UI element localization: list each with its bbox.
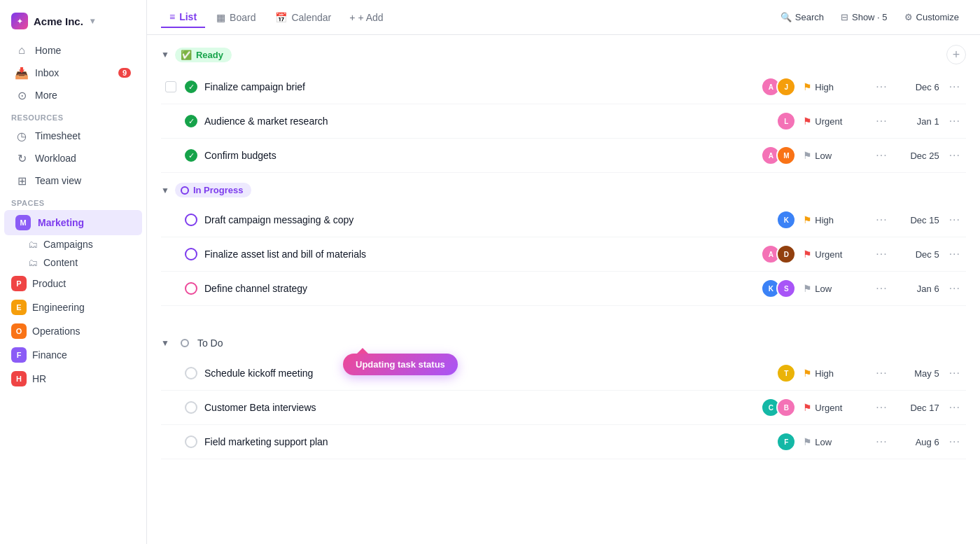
task-more-dots[interactable]: ··· xyxy=(876,401,887,414)
sidebar-item-label: More xyxy=(35,90,57,101)
task-options-button[interactable]: ··· xyxy=(946,248,963,260)
table-row: ✓ Confirm budgets A M ⚑ Low ··· Dec 25 ·… xyxy=(161,139,966,173)
customize-label: Customize xyxy=(916,12,959,22)
tab-board[interactable]: ▦ Board xyxy=(208,8,264,27)
sidebar-item-teamview[interactable]: ⊞ Team view xyxy=(4,169,142,192)
task-more-dots[interactable]: ··· xyxy=(876,367,887,379)
task-more-dots[interactable]: ··· xyxy=(876,214,887,226)
task-name: Finalize campaign brief xyxy=(204,81,754,92)
avatar: F xyxy=(776,432,796,452)
task-due-date: Aug 6 xyxy=(897,437,939,447)
task-priority: ⚑ High xyxy=(803,368,866,379)
priority-label: Low xyxy=(815,284,832,294)
avatar: D xyxy=(776,244,796,264)
task-more-dots[interactable]: ··· xyxy=(876,282,887,295)
sidebar-item-finance[interactable]: F Finance xyxy=(0,343,146,367)
sidebar-item-marketing[interactable]: M Marketing xyxy=(4,210,142,235)
search-button[interactable]: 🔍 Search xyxy=(774,8,831,26)
section-inprogress-header[interactable]: ▼ In Progress xyxy=(161,173,966,203)
board-icon: ▦ xyxy=(216,12,225,23)
space-item-label: Finance xyxy=(32,349,67,361)
task-priority: ⚑ Urgent xyxy=(803,249,866,260)
sub-item-label: Campaigns xyxy=(43,239,93,250)
todo-status-badge: To Do xyxy=(175,335,232,351)
task-status-checkbox[interactable]: ✓ xyxy=(185,149,197,162)
priority-label: Urgent xyxy=(815,116,842,127)
app-name: Acme Inc. xyxy=(34,15,83,27)
topbar: ≡ List ▦ Board 📅 Calendar + + Add 🔍 Sear… xyxy=(147,0,980,35)
task-status-checkbox[interactable] xyxy=(185,367,197,379)
table-row: Field marketing support plan F ⚑ Low ···… xyxy=(161,425,966,459)
sidebar-item-operations[interactable]: O Operations xyxy=(0,319,146,343)
task-priority: ⚑ High xyxy=(803,214,866,225)
task-options-button[interactable]: ··· xyxy=(946,214,963,226)
finance-badge: F xyxy=(11,347,27,363)
sidebar-subitem-campaigns[interactable]: 🗂 Campaigns xyxy=(0,235,146,253)
sidebar-item-workload[interactable]: ↻ Workload xyxy=(4,147,142,169)
sidebar-item-inbox[interactable]: 📥 Inbox 9 xyxy=(4,62,142,84)
list-icon: ≡ xyxy=(169,11,175,22)
show-button[interactable]: ⊟ Show · 5 xyxy=(834,8,895,26)
row-select[interactable] xyxy=(164,81,178,92)
task-more-dots[interactable]: ··· xyxy=(876,81,887,93)
task-options-button[interactable]: ··· xyxy=(946,81,963,93)
marketing-badge: M xyxy=(15,215,31,230)
task-status-checkbox[interactable] xyxy=(185,282,197,295)
priority-label: Low xyxy=(815,151,832,161)
space-item-label: HR xyxy=(32,373,46,384)
sidebar-item-label: Marketing xyxy=(38,217,84,228)
task-due-date: Dec 6 xyxy=(897,82,939,92)
task-options-button[interactable]: ··· xyxy=(946,282,963,295)
tab-list[interactable]: ≡ List xyxy=(161,7,205,28)
task-options-button[interactable]: ··· xyxy=(946,401,963,414)
customize-button[interactable]: ⚙ Customize xyxy=(897,8,966,26)
space-item-label: Product xyxy=(32,278,66,289)
app-logo[interactable]: ✦ Acme Inc. ▾ xyxy=(0,8,146,39)
sidebar-item-timesheet[interactable]: ◷ Timesheet xyxy=(4,125,142,147)
sidebar-item-engineering[interactable]: E Engineering xyxy=(0,295,146,319)
task-options-button[interactable]: ··· xyxy=(946,149,963,162)
task-status-checkbox[interactable]: ✓ xyxy=(185,81,197,93)
task-more-dots[interactable]: ··· xyxy=(876,149,887,162)
avatar: S xyxy=(776,279,796,298)
sidebar-item-label: Inbox xyxy=(35,67,59,78)
task-status-checkbox[interactable]: ✓ xyxy=(185,115,197,127)
task-status-checkbox[interactable] xyxy=(185,435,197,448)
task-options-button[interactable]: ··· xyxy=(946,435,963,448)
section-todo-header[interactable]: ▼ To Do xyxy=(161,326,966,356)
add-view-button[interactable]: + + Add xyxy=(342,8,390,27)
main-content: ≡ List ▦ Board 📅 Calendar + + Add 🔍 Sear… xyxy=(147,0,980,544)
dropdown-chevron[interactable]: ▾ xyxy=(90,16,94,26)
more-icon: ⊙ xyxy=(15,89,28,102)
sidebar-item-product[interactable]: P Product xyxy=(0,272,146,295)
task-more-dots[interactable]: ··· xyxy=(876,435,887,448)
sidebar-item-more[interactable]: ⊙ More xyxy=(4,84,142,106)
tab-label: List xyxy=(179,11,197,22)
priority-flag-icon: ⚑ xyxy=(803,214,812,225)
calendar-icon: 📅 xyxy=(275,12,287,23)
section-add-button[interactable]: + xyxy=(946,45,966,64)
row-checkbox[interactable] xyxy=(165,81,176,92)
show-label: Show · 5 xyxy=(852,12,888,22)
priority-label: High xyxy=(815,368,834,379)
task-more-dots[interactable]: ··· xyxy=(876,115,887,127)
ready-check-icon: ✅ xyxy=(181,50,192,60)
task-name: Customer Beta interviews xyxy=(204,402,754,413)
task-options-button[interactable]: ··· xyxy=(946,367,963,379)
search-label: Search xyxy=(795,12,824,22)
priority-label: High xyxy=(815,82,834,92)
sidebar-item-hr[interactable]: H HR xyxy=(0,367,146,391)
section-ready-header[interactable]: ▼ ✅ Ready + xyxy=(161,35,966,70)
task-options-button[interactable]: ··· xyxy=(946,115,963,127)
avatar: M xyxy=(776,146,796,165)
task-status-checkbox[interactable] xyxy=(185,401,197,414)
task-status-checkbox[interactable] xyxy=(185,248,197,260)
avatar: L xyxy=(776,111,796,131)
sidebar-item-home[interactable]: ⌂ Home xyxy=(4,39,142,62)
task-status-checkbox[interactable] xyxy=(185,214,197,226)
space-item-label: Operations xyxy=(32,326,80,337)
sidebar-subitem-content[interactable]: 🗂 Content xyxy=(0,253,146,272)
tab-calendar[interactable]: 📅 Calendar xyxy=(267,8,340,27)
task-more-dots[interactable]: ··· xyxy=(876,248,887,260)
sub-item-label: Content xyxy=(43,257,78,268)
